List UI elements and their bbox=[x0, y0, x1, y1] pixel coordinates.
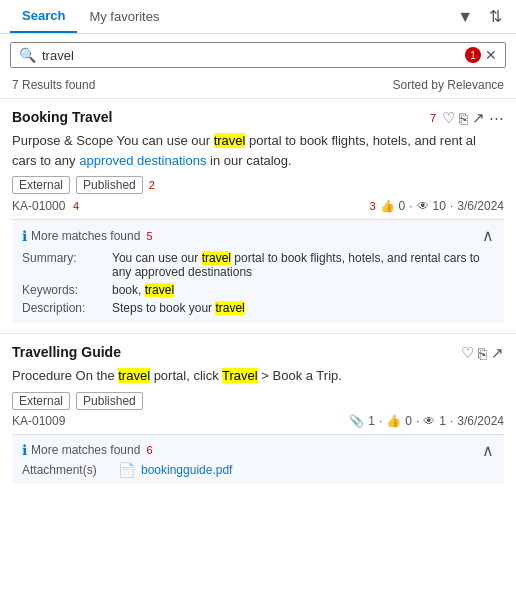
search-input[interactable] bbox=[42, 48, 461, 63]
search-icon: 🔍 bbox=[19, 47, 36, 63]
card-body-2: Procedure On the travel portal, click Tr… bbox=[12, 366, 504, 386]
share-icon-2[interactable]: ↗ bbox=[491, 344, 504, 362]
filter-button[interactable]: ▼ bbox=[453, 4, 477, 30]
more-matches-label-1: ℹ More matches found 5 bbox=[22, 228, 153, 244]
tag-external-1: External bbox=[12, 176, 70, 194]
match-label-description: Description: bbox=[22, 301, 112, 315]
clear-button[interactable]: ✕ bbox=[485, 47, 497, 63]
matches-badge-1: 5 bbox=[146, 230, 152, 242]
card-id-2: KA-01009 bbox=[12, 414, 65, 428]
attachment-label-2: Attachment(s) bbox=[22, 463, 112, 477]
stat-views-1: 10 bbox=[433, 199, 446, 213]
tag-external-2: External bbox=[12, 392, 70, 410]
card-meta-row-1: KA-01000 4 3 👍 0 · 👁 10 · 3/6/2024 bbox=[12, 198, 504, 213]
collapse-icon-2[interactable]: ∧ bbox=[482, 441, 494, 460]
card-id-1: KA-01000 bbox=[12, 199, 65, 213]
stat-num-red-1: 3 bbox=[369, 200, 375, 212]
pdf-link-2[interactable]: bookingguide.pdf bbox=[141, 463, 232, 477]
info-icon-1: ℹ bbox=[22, 228, 27, 244]
matches-badge-2: 6 bbox=[146, 444, 152, 456]
body-end-1: in our catalog. bbox=[206, 153, 291, 168]
body-link-1[interactable]: approved destinations bbox=[79, 153, 206, 168]
body-middle-2: portal, click bbox=[150, 368, 222, 383]
tags-row-1: External Published 2 bbox=[12, 176, 504, 194]
match-label-summary: Summary: bbox=[22, 251, 112, 279]
tabs-right: ▼ ⇅ bbox=[453, 3, 506, 30]
action-badge-1: 7 bbox=[430, 112, 436, 124]
tags-row-2: External Published bbox=[12, 392, 504, 410]
card-actions-2: ♡ ⎘ ↗ bbox=[461, 344, 504, 362]
match-label-keywords: Keywords: bbox=[22, 283, 112, 297]
match-row-keywords: Keywords: book, travel bbox=[22, 281, 494, 299]
card-id-area-1: KA-01000 4 bbox=[12, 198, 81, 213]
attachment-row-2: Attachment(s) 📄 bookingguide.pdf bbox=[22, 462, 494, 478]
match-row-summary: Summary: You can use our travel portal t… bbox=[22, 249, 494, 281]
copy-icon-1[interactable]: ⎘ bbox=[459, 110, 468, 127]
tag-badge-1: 2 bbox=[149, 179, 155, 191]
highlight-travel-2a: travel bbox=[118, 368, 150, 383]
tab-search[interactable]: Search bbox=[10, 0, 77, 33]
more-matches-1: ℹ More matches found 5 ∧ Summary: You ca… bbox=[12, 219, 504, 323]
tag-published-1: Published bbox=[76, 176, 143, 194]
match-table-1: Summary: You can use our travel portal t… bbox=[22, 249, 494, 317]
card-actions-1: 7 ♡ ⎘ ↗ ⋯ bbox=[430, 109, 504, 127]
card-meta-row-2: KA-01009 📎 1 · 👍 0 · 👁 1 · 3/6/2024 bbox=[12, 414, 504, 428]
id-badge-1: 4 bbox=[73, 200, 79, 212]
results-count: 7 Results found bbox=[12, 78, 95, 92]
collapse-icon-1[interactable]: ∧ bbox=[482, 226, 494, 245]
tabs-bar: Search My favorites ▼ ⇅ bbox=[0, 0, 516, 34]
card-stats-2: 📎 1 · 👍 0 · 👁 1 · 3/6/2024 bbox=[349, 414, 504, 428]
more-icon-1[interactable]: ⋯ bbox=[489, 109, 504, 127]
sort-button[interactable]: ⇅ bbox=[485, 3, 506, 30]
card-stats-1: 3 👍 0 · 👁 10 · 3/6/2024 bbox=[369, 199, 504, 213]
card-title-2: Travelling Guide bbox=[12, 344, 121, 360]
match-value-summary: You can use our travel portal to book fl… bbox=[112, 251, 494, 279]
body-before-2: Procedure On the bbox=[12, 368, 118, 383]
card-body-1: Purpose & Scope You can use our travel p… bbox=[12, 131, 504, 170]
card-header-2: Travelling Guide ♡ ⎘ ↗ bbox=[12, 344, 504, 362]
search-bar: 🔍 1 ✕ bbox=[10, 42, 506, 68]
stat-date-2: 3/6/2024 bbox=[457, 414, 504, 428]
more-matches-label-2: ℹ More matches found 6 bbox=[22, 442, 153, 458]
search-badge: 1 bbox=[465, 47, 481, 63]
heart-icon-2[interactable]: ♡ bbox=[461, 344, 474, 362]
body-after-2: > Book a Trip. bbox=[258, 368, 342, 383]
tabs-left: Search My favorites bbox=[10, 0, 171, 33]
card-title-1: Booking Travel bbox=[12, 109, 112, 125]
result-card-2: Travelling Guide ♡ ⎘ ↗ Procedure On the … bbox=[0, 333, 516, 490]
tab-favorites[interactable]: My favorites bbox=[77, 1, 171, 32]
info-icon-2: ℹ bbox=[22, 442, 27, 458]
share-icon-1[interactable]: ↗ bbox=[472, 109, 485, 127]
results-sort: Sorted by Relevance bbox=[393, 78, 504, 92]
eye-icon-2: 👁 bbox=[423, 414, 435, 428]
paperclip-icon-2: 📎 bbox=[349, 414, 364, 428]
result-card-1: Booking Travel 7 ♡ ⎘ ↗ ⋯ Purpose & Scope… bbox=[0, 98, 516, 329]
stat-views-2: 1 bbox=[439, 414, 446, 428]
stat-likes-2: 0 bbox=[405, 414, 412, 428]
attachment-count-2: 1 bbox=[368, 414, 375, 428]
highlight-travel-1: travel bbox=[214, 133, 246, 148]
highlight-travel-2b: Travel bbox=[222, 368, 258, 383]
match-row-description: Description: Steps to book your travel bbox=[22, 299, 494, 317]
pdf-icon-2: 📄 bbox=[118, 462, 135, 478]
results-meta: 7 Results found Sorted by Relevance bbox=[0, 76, 516, 98]
thumbup-icon-2: 👍 bbox=[386, 414, 401, 428]
stat-likes-1: 0 bbox=[399, 199, 406, 213]
eye-icon-1: 👁 bbox=[417, 199, 429, 213]
match-value-keywords: book, travel bbox=[112, 283, 494, 297]
copy-icon-2[interactable]: ⎘ bbox=[478, 345, 487, 362]
stat-date-1: 3/6/2024 bbox=[457, 199, 504, 213]
match-value-description: Steps to book your travel bbox=[112, 301, 494, 315]
thumbup-icon-1: 👍 bbox=[380, 199, 395, 213]
card-header-1: Booking Travel 7 ♡ ⎘ ↗ ⋯ bbox=[12, 109, 504, 127]
tag-published-2: Published bbox=[76, 392, 143, 410]
more-matches-header-1: ℹ More matches found 5 ∧ bbox=[22, 226, 494, 245]
more-matches-header-2: ℹ More matches found 6 ∧ bbox=[22, 441, 494, 460]
heart-icon-1[interactable]: ♡ bbox=[442, 109, 455, 127]
more-matches-2: ℹ More matches found 6 ∧ Attachment(s) 📄… bbox=[12, 434, 504, 484]
body-before-1: Purpose & Scope You can use our bbox=[12, 133, 214, 148]
